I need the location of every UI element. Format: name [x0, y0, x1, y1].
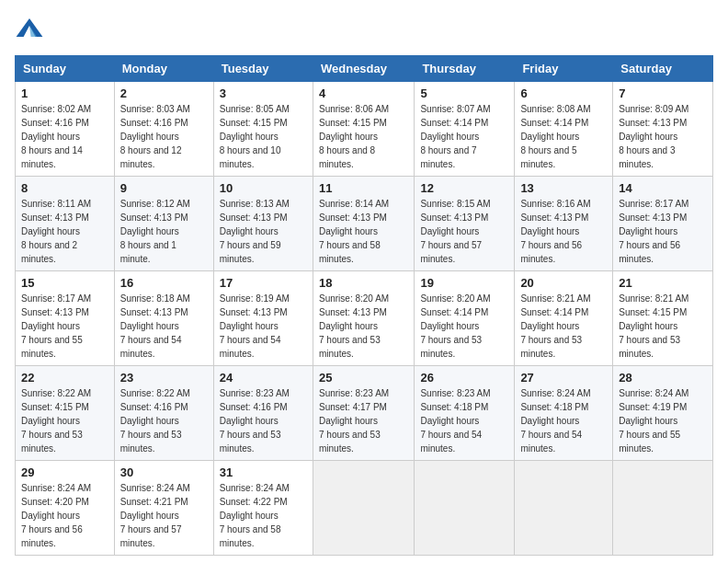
day-number: 7: [619, 86, 707, 100]
day-number: 12: [420, 181, 508, 195]
day-info: Sunrise: 8:18 AM Sunset: 4:13 PM Dayligh…: [120, 292, 208, 361]
calendar-week-2: 8 Sunrise: 8:11 AM Sunset: 4:13 PM Dayli…: [16, 177, 713, 271]
daylight-label: Daylight hours: [520, 321, 579, 331]
calendar-header-thursday: Thursday: [415, 56, 515, 82]
sunset-label: Sunset:: [319, 213, 353, 223]
calendar-cell: 22 Sunrise: 8:22 AM Sunset: 4:15 PM Dayl…: [16, 366, 115, 461]
day-info: Sunrise: 8:24 AM Sunset: 4:22 PM Dayligh…: [220, 481, 307, 550]
sunset-time: 4:14 PM: [554, 118, 588, 128]
day-info: Sunrise: 8:02 AM Sunset: 4:16 PM Dayligh…: [21, 102, 108, 171]
logo: [15, 15, 48, 44]
day-number: 2: [120, 86, 208, 100]
day-number: 19: [420, 276, 508, 290]
calendar-cell: 8 Sunrise: 8:11 AM Sunset: 4:13 PM Dayli…: [16, 177, 115, 271]
sunrise-label: Sunrise:: [319, 388, 355, 398]
daylight-label: Daylight hours: [619, 226, 677, 236]
day-number: 14: [619, 181, 707, 195]
day-info: Sunrise: 8:05 AM Sunset: 4:15 PM Dayligh…: [220, 102, 307, 171]
sunrise-time: 8:22 AM: [57, 388, 91, 398]
calendar-cell: 24 Sunrise: 8:23 AM Sunset: 4:16 PM Dayl…: [213, 366, 313, 461]
calendar-header-monday: Monday: [114, 56, 213, 82]
day-number: 17: [220, 276, 307, 290]
logo-icon: [15, 15, 44, 44]
sunrise-label: Sunrise:: [220, 388, 256, 398]
sunrise-time: 8:13 AM: [256, 199, 290, 209]
sunrise-label: Sunrise:: [120, 483, 156, 493]
calendar-cell: 30 Sunrise: 8:24 AM Sunset: 4:21 PM Dayl…: [114, 461, 213, 556]
sunset-label: Sunset:: [21, 118, 55, 128]
sunset-time: 4:13 PM: [353, 307, 387, 317]
day-number: 22: [21, 371, 108, 385]
day-number: 9: [120, 181, 208, 195]
sunrise-label: Sunrise:: [520, 104, 556, 114]
sunrise-time: 8:06 AM: [355, 104, 389, 114]
daylight-label: Daylight hours: [220, 511, 279, 521]
day-info: Sunrise: 8:24 AM Sunset: 4:21 PM Dayligh…: [120, 481, 208, 550]
day-number: 28: [619, 371, 707, 385]
sunrise-time: 8:23 AM: [457, 388, 491, 398]
daylight-value: 7 hours and 57 minutes.: [120, 524, 182, 548]
day-info: Sunrise: 8:15 AM Sunset: 4:13 PM Dayligh…: [420, 197, 508, 266]
sunset-time: 4:13 PM: [454, 213, 488, 223]
sunset-time: 4:13 PM: [253, 307, 287, 317]
calendar-cell: 27 Sunrise: 8:24 AM Sunset: 4:18 PM Dayl…: [515, 366, 613, 461]
sunset-label: Sunset:: [220, 118, 254, 128]
calendar-header-row: SundayMondayTuesdayWednesdayThursdayFrid…: [16, 56, 713, 82]
calendar-body: 1 Sunrise: 8:02 AM Sunset: 4:16 PM Dayli…: [16, 82, 713, 556]
sunset-label: Sunset:: [319, 118, 353, 128]
daylight-value: 8 hours and 8 minutes.: [319, 145, 375, 169]
sunrise-label: Sunrise:: [420, 388, 456, 398]
sunset-label: Sunset:: [520, 307, 554, 317]
daylight-value: 7 hours and 54 minutes.: [520, 430, 582, 454]
daylight-value: 7 hours and 57 minutes.: [420, 240, 482, 264]
daylight-value: 7 hours and 53 minutes.: [21, 430, 83, 454]
day-number: 13: [520, 181, 607, 195]
daylight-label: Daylight hours: [319, 226, 378, 236]
sunrise-label: Sunrise:: [319, 199, 355, 209]
calendar-cell: 7 Sunrise: 8:09 AM Sunset: 4:13 PM Dayli…: [613, 82, 713, 177]
daylight-value: 7 hours and 53 minutes.: [619, 335, 680, 359]
sunset-label: Sunset:: [420, 213, 454, 223]
sunset-label: Sunset:: [120, 307, 154, 317]
daylight-label: Daylight hours: [420, 226, 479, 236]
sunrise-time: 8:07 AM: [457, 104, 491, 114]
day-info: Sunrise: 8:24 AM Sunset: 4:19 PM Dayligh…: [619, 386, 707, 455]
sunset-label: Sunset:: [21, 402, 55, 412]
sunset-label: Sunset:: [120, 402, 154, 412]
sunset-label: Sunset:: [619, 402, 653, 412]
sunset-time: 4:16 PM: [253, 402, 287, 412]
sunrise-time: 8:23 AM: [256, 388, 290, 398]
daylight-value: 7 hours and 55 minutes.: [619, 430, 680, 454]
calendar-cell: 18 Sunrise: 8:20 AM Sunset: 4:13 PM Dayl…: [313, 271, 414, 366]
daylight-value: 7 hours and 54 minutes.: [420, 430, 482, 454]
day-number: 24: [220, 371, 307, 385]
sunset-label: Sunset:: [619, 307, 653, 317]
sunrise-label: Sunrise:: [619, 104, 654, 114]
day-number: 8: [21, 181, 108, 195]
daylight-value: 8 hours and 14 minutes.: [21, 145, 83, 169]
day-number: 1: [21, 86, 108, 100]
sunrise-time: 8:14 AM: [355, 199, 389, 209]
sunrise-label: Sunrise:: [120, 293, 156, 304]
calendar-cell: 1 Sunrise: 8:02 AM Sunset: 4:16 PM Dayli…: [16, 82, 115, 177]
sunset-time: 4:18 PM: [454, 402, 488, 412]
daylight-label: Daylight hours: [220, 226, 279, 236]
calendar-cell: 10 Sunrise: 8:13 AM Sunset: 4:13 PM Dayl…: [213, 177, 313, 271]
calendar-cell: 23 Sunrise: 8:22 AM Sunset: 4:16 PM Dayl…: [114, 366, 213, 461]
sunrise-label: Sunrise:: [420, 293, 456, 304]
calendar-cell: 19 Sunrise: 8:20 AM Sunset: 4:14 PM Dayl…: [415, 271, 515, 366]
daylight-label: Daylight hours: [21, 226, 80, 236]
sunset-label: Sunset:: [120, 213, 154, 223]
daylight-value: 8 hours and 3 minutes.: [619, 145, 675, 169]
calendar-cell: 16 Sunrise: 8:18 AM Sunset: 4:13 PM Dayl…: [114, 271, 213, 366]
calendar: SundayMondayTuesdayWednesdayThursdayFrid…: [15, 55, 713, 556]
calendar-cell: 26 Sunrise: 8:23 AM Sunset: 4:18 PM Dayl…: [415, 366, 515, 461]
daylight-label: Daylight hours: [120, 511, 179, 521]
sunset-time: 4:16 PM: [154, 118, 188, 128]
calendar-week-4: 22 Sunrise: 8:22 AM Sunset: 4:15 PM Dayl…: [16, 366, 713, 461]
sunset-time: 4:21 PM: [154, 497, 188, 507]
sunset-label: Sunset:: [220, 213, 254, 223]
day-info: Sunrise: 8:24 AM Sunset: 4:20 PM Dayligh…: [21, 481, 108, 550]
sunrise-label: Sunrise:: [520, 388, 556, 398]
sunrise-time: 8:24 AM: [557, 388, 591, 398]
